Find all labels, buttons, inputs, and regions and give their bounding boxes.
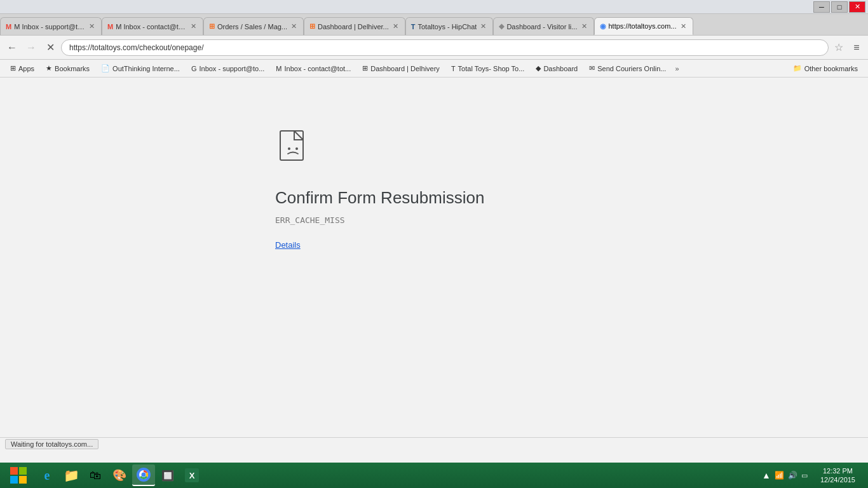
bookmark-item[interactable]: MInbox - contact@tot... — [271, 62, 356, 76]
display-icon: ▭ — [801, 471, 808, 480]
tab-bar: MM Inbox - support@tot...✕MM Inbox - con… — [0, 14, 868, 36]
bookmark-item[interactable]: GInbox - support@to... — [186, 62, 269, 76]
taskbar-app-store[interactable]: 🛍 — [84, 464, 107, 486]
minimize-button[interactable]: ─ — [813, 1, 830, 13]
tab-close-tab2[interactable]: ✕ — [189, 22, 198, 30]
error-document-icon — [275, 128, 313, 166]
taskbar-app-ie2[interactable]: 🔲 — [156, 464, 179, 486]
taskbar-app-ie[interactable]: e — [36, 464, 58, 486]
maximize-button[interactable]: □ — [831, 1, 848, 13]
bookmark-label: Inbox - contact@tot... — [285, 65, 351, 72]
status-text: Waiting for totaltoys.com... — [5, 439, 98, 449]
bookmark-favicon: M — [276, 65, 281, 72]
bookmark-item[interactable]: ◆Dashboard — [531, 62, 583, 76]
tab-tab3[interactable]: ⊞Orders / Sales / Mag...✕ — [203, 17, 304, 35]
bookmark-item[interactable]: 📄OutThinking Interne... — [96, 62, 185, 76]
tab-favicon-tab6: ◆ — [499, 22, 504, 30]
excel-icon: X — [185, 468, 199, 482]
tab-favicon-tab2: M — [107, 23, 113, 30]
bookmarks-bar: ⊞Apps★Bookmarks📄OutThinking Interne...GI… — [0, 60, 868, 78]
bookmark-item[interactable]: ⊞Apps — [5, 62, 39, 76]
tab-tab7[interactable]: ◉https://totaltoys.com...✕ — [594, 17, 693, 35]
network-icon: 📶 — [775, 471, 784, 480]
tab-close-tab4[interactable]: ✕ — [391, 22, 400, 30]
tab-favicon-tab5: T — [411, 23, 416, 30]
tab-close-tab7[interactable]: ✕ — [679, 22, 688, 30]
tab-title-tab1: M Inbox - support@tot... — [14, 23, 85, 30]
explorer-icon: 📁 — [64, 468, 79, 483]
tab-close-tab3[interactable]: ✕ — [290, 22, 298, 30]
window-controls: ─ □ ✕ — [813, 1, 865, 13]
tab-favicon-tab3: ⊞ — [209, 22, 215, 30]
back-button[interactable]: ← — [4, 39, 20, 56]
other-bookmarks-label: Other bookmarks — [804, 65, 858, 72]
bookmark-label: OutThinking Interne... — [112, 65, 180, 72]
system-tray: ▲ 📶 🔊 ▭ 12:32 PM 12/24/2015 — [757, 466, 865, 485]
svg-point-2 — [288, 147, 290, 150]
browser-content: Confirm Form Resubmission ERR_CACHE_MISS… — [0, 78, 868, 450]
bookmark-label: Bookmarks — [55, 65, 90, 72]
tray-arrow-icon[interactable]: ▲ — [762, 470, 771, 480]
bookmark-item[interactable]: TTotal Toys- Shop To... — [446, 62, 530, 76]
other-bookmarks-button[interactable]: 📁 Other bookmarks — [788, 62, 863, 76]
error-details-link[interactable]: Details — [275, 240, 301, 250]
error-title: Confirm Form Resubmission — [275, 188, 484, 208]
forward-button[interactable]: → — [23, 39, 39, 56]
bookmarks-more-button[interactable]: » — [672, 65, 681, 72]
volume-icon: 🔊 — [788, 471, 797, 480]
address-bar: ← → ✕ ☆ ≡ — [0, 36, 868, 60]
bookmark-item[interactable]: ✉Send Couriers Onlin... — [584, 62, 671, 76]
tab-title-tab5: Totaltoys - HipChat — [417, 23, 477, 30]
tab-favicon-tab4: ⊞ — [309, 22, 315, 30]
clock[interactable]: 12:32 PM 12/24/2015 — [815, 466, 860, 485]
bookmark-favicon: ★ — [46, 64, 52, 72]
url-input[interactable] — [61, 39, 829, 56]
bookmark-favicon: T — [451, 65, 456, 72]
chrome-taskbar-icon — [136, 467, 151, 482]
start-button[interactable] — [3, 464, 34, 487]
error-container: Confirm Form Resubmission ERR_CACHE_MISS… — [275, 128, 593, 250]
tab-title-tab4: Dashboard | Delhiver... — [318, 23, 389, 30]
tab-tab4[interactable]: ⊞Dashboard | Delhiver...✕ — [304, 17, 405, 35]
clock-date: 12/24/2015 — [820, 475, 855, 484]
status-bar: Waiting for totaltoys.com... — [0, 437, 868, 450]
reload-button[interactable]: ✕ — [42, 39, 58, 56]
error-icon-wrap — [275, 128, 313, 169]
tray-icons: ▲ 📶 🔊 ▭ — [757, 470, 813, 480]
bookmark-item[interactable]: ⊞Dashboard | Delhivery — [357, 62, 445, 76]
bookmark-label: Dashboard | Delhivery — [370, 65, 440, 72]
tab-title-tab7: https://totaltoys.com... — [609, 22, 677, 30]
taskbar-app-chrome[interactable] — [132, 464, 155, 486]
bookmark-favicon: ⊞ — [362, 64, 368, 72]
bookmark-label: Apps — [18, 65, 34, 72]
svg-rect-0 — [280, 131, 303, 160]
tab-favicon-tab1: M — [6, 23, 11, 30]
taskbar-app-excel[interactable]: X — [180, 464, 203, 486]
taskbar-app-paint[interactable]: 🎨 — [108, 464, 131, 486]
tab-close-tab5[interactable]: ✕ — [479, 22, 487, 30]
bookmark-favicon: G — [191, 65, 197, 72]
tab-tab1[interactable]: MM Inbox - support@tot...✕ — [0, 17, 102, 35]
svg-point-11 — [142, 473, 146, 477]
tab-close-tab1[interactable]: ✕ — [88, 22, 96, 30]
tab-title-tab3: Orders / Sales / Mag... — [217, 23, 287, 30]
bookmark-star-button[interactable]: ☆ — [831, 40, 846, 55]
paint-icon: 🎨 — [112, 468, 127, 483]
start-icon — [10, 466, 27, 484]
tab-title-tab6: Dashboard - Visitor li... — [506, 23, 577, 30]
chrome-menu-button[interactable]: ≡ — [849, 40, 864, 55]
taskbar-app-explorer[interactable]: 📁 — [60, 464, 83, 486]
ie2-icon: 🔲 — [160, 468, 175, 483]
tab-close-tab6[interactable]: ✕ — [580, 22, 588, 30]
svg-line-1 — [294, 131, 303, 140]
ie-icon: e — [39, 468, 55, 483]
tab-tab2[interactable]: MM Inbox - contact@tot...✕ — [102, 17, 203, 35]
bookmark-item[interactable]: ★Bookmarks — [41, 62, 95, 76]
close-button[interactable]: ✕ — [849, 1, 865, 13]
folder-icon: 📁 — [793, 64, 802, 72]
bookmark-favicon: ✉ — [589, 64, 595, 72]
tab-tab5[interactable]: TTotaltoys - HipChat✕ — [405, 17, 494, 35]
svg-rect-4 — [10, 467, 18, 475]
taskbar: e 📁 🛍 🎨 🔲 X ▲ — [0, 463, 868, 488]
tab-tab6[interactable]: ◆Dashboard - Visitor li...✕ — [493, 17, 593, 35]
